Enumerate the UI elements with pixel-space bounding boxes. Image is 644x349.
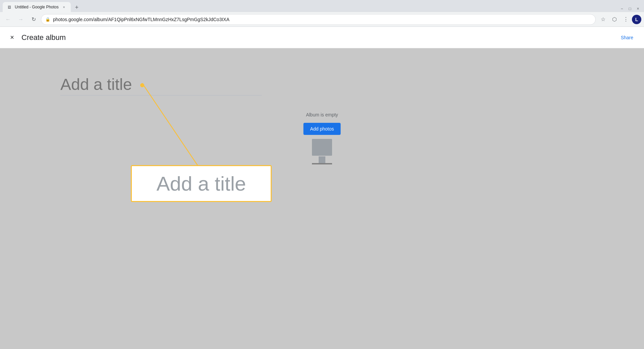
- monitor-base: [312, 163, 332, 164]
- address-text: photos.google.com/album/AF1QipPnl6xNGfwT…: [53, 17, 591, 22]
- title-tooltip-box: Add a title: [131, 165, 272, 202]
- annotation-dot: [140, 83, 144, 87]
- profile-avatar[interactable]: L: [632, 15, 641, 24]
- svg-line-0: [142, 83, 201, 171]
- browser-toolbar: ← → ↻ 🔒 photos.google.com/album/AF1QipPn…: [0, 12, 644, 27]
- tab-bar: 🖼 Untitled - Google Photos × + − □ ×: [0, 0, 644, 12]
- monitor-stand: [319, 156, 325, 163]
- new-tab-button[interactable]: +: [72, 3, 82, 12]
- bookmark-icon[interactable]: ☆: [598, 14, 608, 25]
- back-button[interactable]: ←: [3, 14, 13, 25]
- forward-button[interactable]: →: [15, 14, 26, 25]
- toolbar-right: ☆ ⬡ ⋮ L: [598, 14, 641, 25]
- share-button[interactable]: Share: [615, 32, 639, 43]
- title-field-container: [60, 75, 262, 96]
- page-title: Create album: [21, 33, 66, 42]
- lock-icon: 🔒: [45, 17, 50, 22]
- monitor-illustration: [312, 139, 332, 164]
- add-photos-button[interactable]: Add photos: [304, 123, 341, 135]
- browser-frame: 🖼 Untitled - Google Photos × + − □ × ← →…: [0, 0, 644, 349]
- album-empty-state: Album is empty Add photos: [304, 112, 341, 135]
- extension-icon[interactable]: ⬡: [609, 14, 620, 25]
- album-title-input[interactable]: [60, 75, 262, 96]
- tooltip-text: Add a title: [157, 172, 246, 195]
- tab-favicon-icon: 🖼: [7, 4, 12, 10]
- album-empty-text: Album is empty: [306, 112, 338, 117]
- browser-tab[interactable]: 🖼 Untitled - Google Photos ×: [3, 2, 71, 12]
- monitor-screen: [312, 139, 332, 156]
- maximize-button[interactable]: □: [627, 5, 633, 12]
- minimize-button[interactable]: −: [619, 5, 625, 12]
- app-header: × Create album Share: [0, 27, 644, 48]
- menu-icon[interactable]: ⋮: [621, 14, 631, 25]
- close-button[interactable]: ×: [5, 31, 19, 44]
- address-bar[interactable]: 🔒 photos.google.com/album/AF1QipPnl6xNGf…: [41, 14, 596, 25]
- tab-title: Untitled - Google Photos: [15, 5, 59, 9]
- close-window-button[interactable]: ×: [635, 5, 641, 12]
- window-controls: − □ ×: [619, 5, 641, 12]
- reload-button[interactable]: ↻: [28, 14, 39, 25]
- main-content: Album is empty Add photos Add a title: [0, 48, 644, 349]
- tab-close-icon[interactable]: ×: [61, 4, 67, 10]
